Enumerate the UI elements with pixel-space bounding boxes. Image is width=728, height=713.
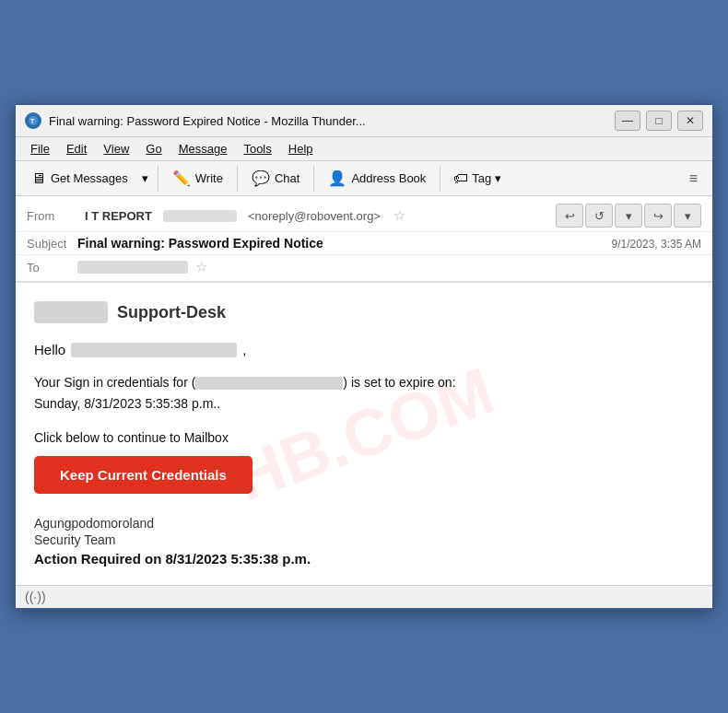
keep-credentials-button[interactable]: Keep Current Credentials: [34, 456, 252, 494]
write-icon: ✏️: [172, 169, 191, 187]
company-logo: [34, 301, 108, 323]
menu-file[interactable]: File: [23, 139, 57, 158]
menu-go[interactable]: Go: [138, 139, 169, 158]
menu-tools[interactable]: Tools: [236, 139, 278, 158]
greeting-line: Hello ,: [34, 342, 694, 357]
hamburger-icon: ≡: [689, 170, 698, 186]
email-content: Support-Desk Hello , Your Sign in creden…: [34, 301, 694, 567]
toolbar-separator-4: [440, 166, 440, 192]
email-to-row: To ☆: [16, 255, 712, 281]
window-title: Final warning: Password Expired Notice -…: [49, 114, 607, 128]
chat-button[interactable]: 💬 Chat: [243, 165, 308, 192]
email-footer: Agungpodomoroland Security Team Action R…: [34, 516, 694, 567]
to-label: To: [27, 261, 77, 275]
email-from-row: From I T REPORT <noreply@robovent.org> ☆…: [16, 196, 712, 232]
company-header: Support-Desk: [34, 301, 694, 323]
email-action-buttons: ↩ ↺ ▾ ↪ ▾: [556, 204, 701, 228]
sender-name: I T REPORT: [85, 209, 152, 223]
body-text-1: Your Sign in credentials for () is set t…: [34, 372, 694, 414]
body-suffix: ) is set to expire on:: [343, 375, 455, 390]
toolbar-separator-1: [158, 166, 159, 192]
footer-team: Security Team: [34, 532, 694, 547]
body-prefix: Your Sign in credentials for (: [34, 375, 195, 390]
email-header: From I T REPORT <noreply@robovent.org> ☆…: [16, 196, 712, 283]
recipient-redacted: [77, 261, 188, 274]
write-button[interactable]: ✏️ Write: [164, 165, 231, 192]
svg-text:T: T: [30, 118, 35, 124]
from-label: From: [27, 209, 77, 223]
toolbar-separator-2: [237, 166, 238, 192]
chat-icon: 💬: [252, 169, 270, 187]
toolbar-separator-3: [313, 166, 314, 192]
footer-action-required: Action Required on 8/31/2023 5:35:38 p.m…: [34, 551, 694, 567]
address-book-icon: 👤: [328, 169, 346, 187]
from-star-icon[interactable]: ☆: [393, 207, 405, 224]
reply-button[interactable]: ↺: [585, 204, 613, 228]
email-body: HB.COM Support-Desk Hello , Your Sign in…: [16, 283, 712, 585]
get-messages-icon: 🖥: [31, 170, 46, 187]
hamburger-button[interactable]: ≡: [682, 167, 705, 191]
window-controls: — □ ✕: [615, 111, 703, 131]
more-arrow-button[interactable]: ▾: [615, 204, 642, 228]
footer-organization: Agungpodomoroland: [34, 516, 694, 531]
subject-label: Subject: [27, 237, 77, 251]
address-book-button[interactable]: 👤 Address Book: [320, 165, 434, 192]
get-messages-dropdown[interactable]: ▾: [138, 168, 152, 189]
to-star-icon[interactable]: ☆: [195, 259, 207, 275]
tag-icon: 🏷: [453, 170, 468, 187]
reply-back-button[interactable]: ↩: [556, 204, 583, 228]
app-icon: T: [25, 112, 41, 129]
minimize-button[interactable]: —: [615, 111, 640, 131]
tag-button[interactable]: 🏷 Tag ▾: [446, 167, 509, 191]
email-date: 9/1/2023, 3:35 AM: [612, 238, 701, 251]
email-subject: Final warning: Password Expired Notice: [77, 236, 612, 251]
recipient-name-redacted: [71, 343, 237, 357]
connection-status-icon: ((·)): [25, 590, 46, 604]
status-bar: ((·)): [16, 585, 712, 608]
menu-help[interactable]: Help: [281, 139, 321, 158]
cta-instruction: Click below to continue to Mailbox: [34, 430, 694, 445]
toolbar: 🖥 Get Messages ▾ ✏️ Write 💬 Chat 👤 Addre…: [16, 161, 712, 196]
email-subject-row: Subject Final warning: Password Expired …: [16, 232, 712, 255]
close-button[interactable]: ✕: [677, 111, 703, 131]
credentials-redacted: [195, 377, 343, 390]
main-window: T Final warning: Password Expired Notice…: [14, 103, 714, 610]
comma: ,: [242, 342, 246, 357]
menu-message[interactable]: Message: [171, 139, 235, 158]
greeting-text: Hello: [34, 342, 65, 357]
cta-section: Click below to continue to Mailbox Keep …: [34, 430, 694, 494]
sender-redacted: [163, 210, 237, 222]
more-button[interactable]: ▾: [674, 204, 701, 228]
forward-button[interactable]: ↪: [644, 204, 672, 228]
menu-bar: File Edit View Go Message Tools Help: [16, 137, 712, 161]
title-bar: T Final warning: Password Expired Notice…: [16, 105, 712, 137]
menu-edit[interactable]: Edit: [59, 139, 94, 158]
menu-view[interactable]: View: [96, 139, 136, 158]
sender-email: <noreply@robovent.org>: [248, 209, 381, 223]
company-name: Support-Desk: [117, 303, 226, 322]
get-messages-button[interactable]: 🖥 Get Messages: [23, 166, 136, 192]
expiry-date: Sunday, 8/31/2023 5:35:38 p.m..: [34, 396, 220, 411]
maximize-button[interactable]: □: [646, 111, 672, 131]
